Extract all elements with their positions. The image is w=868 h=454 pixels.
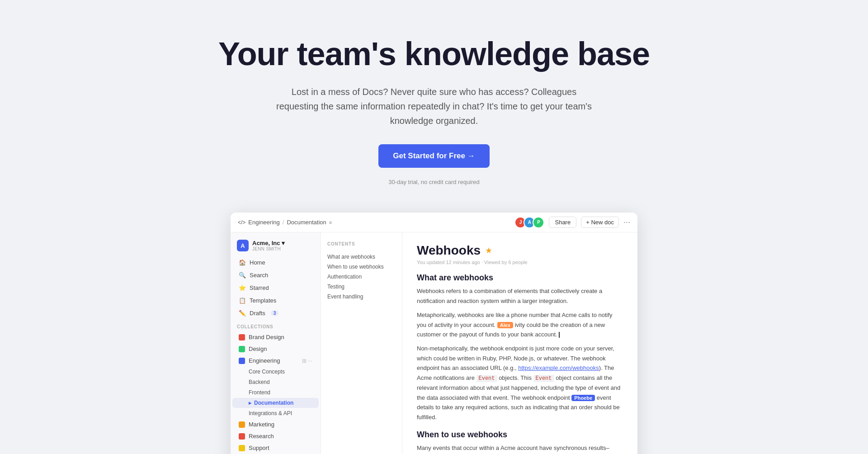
doc-para-4: Many events that occur within a Acme acc…	[417, 443, 623, 454]
share-button[interactable]: Share	[549, 217, 576, 228]
workspace-user: JENN SMITH	[252, 246, 314, 251]
workspace-name: Acme, Inc ▾	[252, 240, 314, 246]
toc-item-2[interactable]: When to use webhooks	[327, 262, 396, 272]
collection-label-brand-design: Brand Design	[249, 334, 284, 340]
hero-subtitle: Lost in a mess of Docs? Never quite sure…	[271, 85, 597, 128]
breadcrumb-page[interactable]: Documentation	[287, 219, 326, 226]
engineering-icon	[239, 358, 245, 364]
event-code-1: Event	[476, 375, 497, 382]
mention-phoebe: Phoebe	[571, 395, 595, 401]
sub-item-documentation[interactable]: Documentation	[232, 398, 319, 408]
search-icon: 🔍	[239, 272, 246, 279]
engineering-action-more[interactable]: ···	[308, 358, 312, 364]
sidebar-item-label-templates: Templates	[250, 297, 276, 304]
app-preview: </> Engineering / Documentation ≡ J A P …	[231, 213, 637, 454]
sidebar-item-label-home: Home	[250, 259, 265, 266]
collection-engineering[interactable]: Engineering ⊞ ···	[232, 355, 319, 366]
workspace-info: Acme, Inc ▾ JENN SMITH	[252, 240, 314, 251]
sidebar-item-label-drafts: Drafts	[250, 310, 265, 317]
cta-button[interactable]: Get Started for Free →	[378, 144, 489, 168]
engineering-actions: ⊞ ···	[302, 358, 312, 364]
sidebar-item-home[interactable]: 🏠 Home	[232, 256, 319, 269]
home-icon: 🏠	[239, 259, 246, 266]
topbar-actions: J A P Share + New doc ···	[514, 217, 630, 228]
mention-alex: Alex	[497, 322, 513, 328]
star-icon: ⭐	[239, 284, 246, 291]
drafts-badge: 3	[271, 310, 279, 316]
collection-design[interactable]: Design	[232, 343, 319, 355]
breadcrumb-section[interactable]: Engineering	[248, 219, 279, 226]
doc-star-icon[interactable]: ★	[485, 246, 492, 255]
research-icon	[239, 433, 245, 440]
sub-item-integrations[interactable]: Integrations & API	[232, 408, 319, 418]
sidebar-item-label-starred: Starred	[250, 284, 269, 291]
sidebar-item-templates[interactable]: 📋 Templates	[232, 294, 319, 307]
toc-item-1[interactable]: What are webhooks	[327, 252, 396, 262]
collection-marketing[interactable]: Marketing	[232, 419, 319, 430]
doc-para-2: Metaphorically, webhooks are like a phon…	[417, 310, 623, 339]
design-icon	[239, 346, 245, 352]
doc-para-3: Non-metaphorically, the webhook endpoint…	[417, 344, 623, 422]
sub-item-backend[interactable]: Backend	[232, 377, 319, 387]
doc-title-row: Webhooks ★	[417, 243, 623, 258]
doc-title: Webhooks	[417, 243, 481, 258]
text-cursor	[559, 332, 560, 338]
webhook-url-link[interactable]: https://example.com/webhooks	[518, 364, 599, 371]
breadcrumb-more-icon[interactable]: ≡	[329, 220, 332, 225]
section-heading-1: What are webhooks	[417, 273, 623, 283]
support-icon	[239, 445, 245, 451]
toc-item-5[interactable]: Event handling	[327, 292, 396, 302]
trial-text: 30-day trial, no credit card required	[388, 179, 480, 185]
collection-label-marketing: Marketing	[249, 421, 274, 428]
toc-panel: CONTENTS What are webhooks When to use w…	[321, 232, 402, 454]
sidebar-item-search[interactable]: 🔍 Search	[232, 269, 319, 281]
templates-icon: 📋	[239, 297, 246, 304]
sub-item-frontend[interactable]: Frontend	[232, 388, 319, 397]
workspace-header[interactable]: A Acme, Inc ▾ JENN SMITH	[231, 236, 321, 256]
sidebar-item-label-search: Search	[250, 272, 268, 279]
engineering-action-grid[interactable]: ⊞	[302, 358, 307, 364]
avatar-group: J A P	[514, 217, 544, 228]
toc-label: CONTENTS	[327, 241, 396, 246]
marketing-icon	[239, 421, 245, 428]
doc-meta: You updated 12 minutes ago · Viewed by 6…	[417, 260, 623, 265]
new-doc-button[interactable]: + New doc	[581, 217, 619, 228]
avatar-3: P	[533, 217, 544, 228]
app-topbar: </> Engineering / Documentation ≡ J A P …	[231, 213, 637, 232]
section-heading-2: When to use webhooks	[417, 430, 623, 440]
breadcrumb-section-icon: </>	[238, 219, 245, 226]
content-area: CONTENTS What are webhooks When to use w…	[321, 232, 637, 454]
doc-area: Webhooks ★ You updated 12 minutes ago · …	[402, 232, 637, 454]
sidebar-item-drafts[interactable]: ✏️ Drafts 3	[232, 307, 319, 319]
hero-title: Your team's knowledge base	[9, 36, 859, 72]
sidebar-item-starred[interactable]: ⭐ Starred	[232, 282, 319, 294]
collection-label-research: Research	[249, 433, 274, 440]
doc-para-1: Webhooks refers to a combination of elem…	[417, 286, 623, 306]
toc-item-4[interactable]: Testing	[327, 282, 396, 292]
workspace-logo: A	[237, 240, 249, 251]
toc-item-3[interactable]: Authentication	[327, 272, 396, 282]
sub-item-core-concepts[interactable]: Core Concepts	[232, 367, 319, 377]
app-body: A Acme, Inc ▾ JENN SMITH 🏠 Home 🔍 Search…	[231, 232, 637, 454]
sidebar: A Acme, Inc ▾ JENN SMITH 🏠 Home 🔍 Search…	[231, 232, 321, 454]
drafts-icon: ✏️	[239, 310, 246, 317]
more-icon[interactable]: ···	[623, 218, 630, 227]
para4-text: Many events that occur within a Acme acc…	[417, 445, 609, 454]
breadcrumb-separator: /	[283, 219, 284, 226]
collection-label-engineering: Engineering	[249, 357, 280, 364]
breadcrumb: </> Engineering / Documentation ≡	[238, 219, 509, 226]
event-code-2: Event	[533, 375, 554, 382]
collection-brand-design[interactable]: Brand Design	[232, 331, 319, 343]
collection-research[interactable]: Research	[232, 430, 319, 442]
collection-label-support: Support	[249, 445, 269, 451]
collections-label: COLLECTIONS	[231, 320, 321, 331]
collection-label-design: Design	[249, 345, 267, 352]
collection-support[interactable]: Support	[232, 442, 319, 454]
brand-design-icon	[239, 334, 245, 340]
para3-text: Non-metaphorically, the webhook endpoint…	[417, 345, 620, 420]
hero-section: Your team's knowledge base Lost in a mes…	[0, 0, 868, 213]
